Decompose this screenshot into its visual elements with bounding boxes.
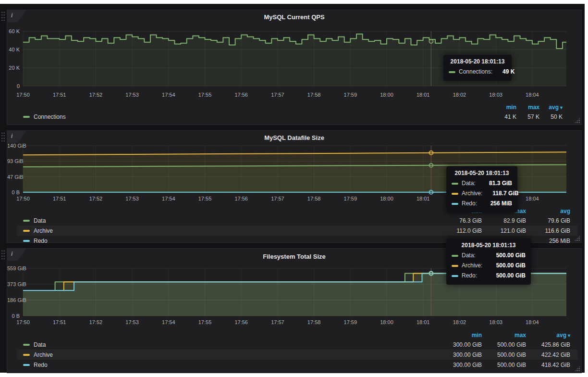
x-axis-tick-label: 18:04 xyxy=(521,92,544,98)
legend-stat-avg-value: 425.86 GiB xyxy=(526,341,570,348)
tooltip-series-value: 49 K xyxy=(496,67,514,77)
panel-drag-handle-icon[interactable] xyxy=(1,250,5,261)
series-color-dash-icon xyxy=(452,255,458,257)
legend-stat-avg-value: 116.6 GiB xyxy=(526,227,570,234)
legend-row-data: Data300.00 GiB500.00 GiB425.86 GiB xyxy=(17,339,577,350)
x-axis-tick-label: 17:58 xyxy=(303,92,326,98)
y-axis-tick-label: 93 GiB xyxy=(7,158,20,164)
series-color-dash-icon xyxy=(23,364,30,366)
x-axis-tick-label: 18:04 xyxy=(521,319,544,325)
legend-stat-min-value: 300.00 GiB xyxy=(438,362,482,368)
tooltip-series-name: Redo: xyxy=(462,271,477,281)
panel-drag-handle-icon[interactable] xyxy=(1,132,5,143)
legend-stat-max-value: 57 K xyxy=(516,113,539,120)
legend-series-toggle-data[interactable]: Data xyxy=(17,217,438,224)
x-axis-tick-label: 18:01 xyxy=(412,92,435,98)
legend-series-toggle-redo[interactable]: Redo xyxy=(17,238,438,244)
legend-stats-header-row: minmaxavg▾ xyxy=(17,103,577,112)
legend-stat-avg-value: 79.6 GiB xyxy=(526,217,570,224)
series-color-dash-icon xyxy=(23,354,30,356)
series-color-dash-icon xyxy=(452,183,458,185)
legend-stat-header-avg[interactable]: avg▾ xyxy=(539,104,563,111)
tooltip-series-name: Data: xyxy=(462,251,476,261)
y-axis-tick-label: 47 GiB xyxy=(7,174,20,180)
x-axis-tick-label: 18:04 xyxy=(521,196,544,201)
legend-stat-max-value: 500.00 GiB xyxy=(482,362,526,368)
tooltip-series-row: Redo:500.00 GiB xyxy=(452,271,526,281)
legend-series-label: Archive xyxy=(34,227,53,234)
tooltip-series-name: Archive: xyxy=(462,188,482,199)
legend-series-toggle-redo[interactable]: Redo xyxy=(17,362,438,368)
tooltip-timestamp: 2018-05-20 18:01:13 xyxy=(449,58,506,65)
tooltip-series-row: Redo:256 MiB xyxy=(452,199,512,209)
tooltip-series-name: Connections: xyxy=(459,67,492,77)
tooltip-series-name: Archive: xyxy=(462,261,482,271)
chart-tooltip: 2018-05-20 18:01:13 Data:500.00 GiBArchi… xyxy=(446,239,531,285)
series-color-dash-icon xyxy=(23,240,30,242)
panel-mysql-datafile-size: i MySQL Datafile Size 0 B47 GiB93 GiB140… xyxy=(7,130,582,243)
tooltip-series-row: Data:81.3 GiB xyxy=(452,178,512,188)
y-axis-tick-label: 559 GiB xyxy=(7,265,20,271)
legend-series-label: Connections xyxy=(34,113,66,120)
legend-row-archive: Archive112.0 GiB121.0 GiB116.6 GiB xyxy=(17,226,577,236)
tooltip-series-name: Data: xyxy=(462,178,476,188)
legend-stat-min-value: 300.00 GiB xyxy=(438,341,482,348)
x-axis-tick-label: 17:50 xyxy=(12,92,35,98)
y-axis-tick-label: 0 B xyxy=(7,189,20,195)
legend-stat-header-max[interactable]: max xyxy=(516,104,539,111)
x-axis-tick-label: 17:59 xyxy=(339,319,362,325)
legend-stat-header-avg[interactable]: avg xyxy=(526,208,570,214)
legend-series-toggle-archive[interactable]: Archive xyxy=(17,352,438,358)
series-color-dash-icon xyxy=(452,265,458,267)
panel-drag-handle-icon[interactable] xyxy=(1,11,5,22)
y-axis-tick-label: 0 B xyxy=(7,313,20,319)
series-color-dash-icon xyxy=(449,71,455,73)
x-axis-tick-label: 18:00 xyxy=(375,319,398,325)
legend-stat-max-value: 121.0 GiB xyxy=(482,227,526,234)
chart-tooltip: 2018-05-20 18:01:13 Connections:49 K xyxy=(443,55,512,81)
tooltip-series-value: 256 MiB xyxy=(484,199,512,209)
legend: minmaxavg▾Data300.00 GiB500.00 GiB425.86… xyxy=(17,331,577,370)
series-color-dash-icon xyxy=(452,193,458,195)
x-axis-tick-label: 17:56 xyxy=(230,196,253,201)
x-axis-tick-label: 17:54 xyxy=(157,92,180,98)
series-color-dash-icon xyxy=(23,344,30,346)
x-axis-tick-label: 17:53 xyxy=(121,196,144,201)
y-axis-tick-label: 20 K xyxy=(7,65,20,71)
x-axis-tick-label: 18:00 xyxy=(375,92,398,98)
legend-stat-min-value: 76.3 GiB xyxy=(438,217,482,224)
legend-stat-header-min[interactable]: min xyxy=(493,104,516,111)
x-axis-tick-label: 17:53 xyxy=(121,92,144,98)
legend: minmaxavg▾Connections41 K57 K50 K xyxy=(17,103,577,122)
legend-series-toggle-archive[interactable]: Archive xyxy=(17,227,438,234)
legend-stat-header-avg[interactable]: avg▾ xyxy=(526,332,570,339)
series-color-dash-icon xyxy=(23,230,30,232)
tooltip-series-row: Connections:49 K xyxy=(449,67,506,77)
legend-row-data: Data76.3 GiB82.9 GiB79.6 GiB xyxy=(17,215,577,226)
legend-stat-min-value: 41 K xyxy=(493,113,516,120)
tooltip-series-row: Archive:118.7 GiB xyxy=(452,188,512,199)
y-axis-tick-label: 0 xyxy=(7,83,20,89)
x-axis-tick-label: 17:52 xyxy=(84,92,107,98)
legend-stat-header-max[interactable]: max xyxy=(482,332,526,339)
legend-row-connections: Connections41 K57 K50 K xyxy=(17,112,577,122)
tooltip-timestamp: 2018-05-20 18:01:13 xyxy=(452,170,512,176)
x-axis-tick-label: 17:55 xyxy=(194,196,217,201)
x-axis-tick-label: 18:00 xyxy=(375,196,398,201)
legend-stat-avg-value: 418.42 GiB xyxy=(526,362,570,368)
x-axis-tick-label: 17:57 xyxy=(266,92,289,98)
legend-series-toggle-connections[interactable]: Connections xyxy=(17,113,493,120)
x-axis-tick-label: 17:50 xyxy=(12,196,35,201)
x-axis-tick-label: 17:51 xyxy=(48,319,71,325)
legend-stat-header-min[interactable]: min xyxy=(438,332,482,339)
x-axis-tick-label: 17:57 xyxy=(266,196,289,201)
tooltip-series-value: 500.00 GiB xyxy=(490,261,526,271)
legend-series-label: Redo xyxy=(34,238,48,244)
series-color-dash-icon xyxy=(23,116,30,118)
x-axis-tick-label: 18:02 xyxy=(448,92,471,98)
x-axis-tick-label: 17:58 xyxy=(303,196,326,201)
legend-series-toggle-data[interactable]: Data xyxy=(17,341,438,348)
x-axis-tick-label: 18:01 xyxy=(412,196,435,201)
tooltip-series-value: 118.7 GiB xyxy=(486,188,518,199)
tooltip-series-name: Redo: xyxy=(462,199,477,209)
